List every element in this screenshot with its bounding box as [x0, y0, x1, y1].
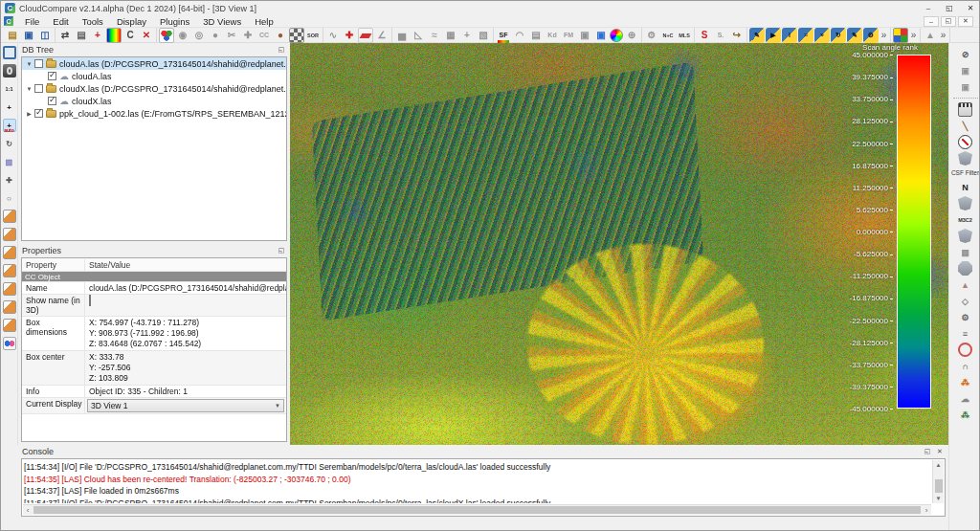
canupo-icon[interactable] [958, 229, 972, 243]
fm-icon[interactable]: FM [561, 28, 576, 43]
rotate-view-icon[interactable]: ↻ [3, 137, 16, 150]
color-wheel-icon[interactable] [610, 29, 623, 42]
bubble-view-icon[interactable]: ▧ [3, 155, 16, 168]
expander-icon[interactable]: ▼ [25, 61, 33, 67]
console-horizontal-scrollbar[interactable]: ‹ › [23, 504, 931, 515]
horizontal-scroll-thumb[interactable] [33, 506, 921, 514]
masc-icon[interactable]: ⁂ [958, 375, 972, 389]
show-name-checkbox[interactable] [89, 295, 91, 306]
sketchfab-icon[interactable]: S [697, 28, 712, 43]
rasterize-icon[interactable]: ▦ [443, 28, 458, 43]
visibility-checkbox[interactable] [34, 84, 43, 93]
apply-transform-icon[interactable]: C [122, 28, 138, 43]
pan-view-icon[interactable]: ✚ [3, 173, 16, 187]
properties-list-icon[interactable]: ▤ [74, 28, 89, 43]
python-settings-icon[interactable]: ⚙ [863, 28, 879, 43]
tree-item-cloudx-las-group[interactable]: ▼cloudX.las (D:/PCGSPRO_1731645014/shahi… [22, 82, 286, 95]
clone-icon[interactable]: ◫ [37, 28, 53, 43]
3d-view[interactable]: Scan angle rank 45.00000039.37500033.750… [290, 43, 948, 445]
rgb-colors-icon[interactable] [159, 28, 174, 43]
cross-section-icon[interactable]: ✚ [240, 28, 256, 43]
visibility-checkbox[interactable] [34, 59, 43, 68]
compass-icon[interactable] [958, 135, 972, 149]
db-tree-float-button[interactable]: ◱ [277, 46, 286, 54]
menu-tools[interactable]: Tools [76, 15, 110, 28]
menu-help[interactable]: Help [248, 15, 280, 28]
close-button[interactable]: ✕ [960, 1, 980, 15]
mls-smoothing-icon[interactable]: MLS [677, 28, 692, 43]
display-settings-icon[interactable] [3, 46, 16, 59]
stereo-mode-icon[interactable] [3, 337, 16, 350]
treeiso-icon[interactable]: ⁂ [958, 408, 972, 422]
point-list-icon[interactable]: ◎ [191, 28, 207, 43]
current-display-select[interactable]: 3D View 1▼ [87, 399, 284, 412]
segment-icon[interactable]: ✂ [224, 28, 239, 43]
exit-plugin-icon[interactable]: ↪ [729, 28, 745, 43]
photo-icon[interactable]: ▣ [577, 28, 592, 43]
python-run-icon[interactable]: ▶ [766, 28, 781, 43]
connected-components-icon[interactable]: CC [256, 28, 272, 43]
magnet-icon[interactable]: ∩ [958, 359, 972, 373]
delete-icon[interactable]: ✕ [139, 28, 154, 43]
plugin-colors-icon[interactable] [893, 28, 908, 43]
zoom-1-1-icon[interactable]: 1:1 [3, 82, 16, 96]
menu-file[interactable]: File [18, 15, 46, 28]
pick-point-icon[interactable]: ◉ [175, 28, 190, 43]
save-icon[interactable]: ▣ [21, 28, 36, 43]
pick-rotation-center-icon[interactable]: + [3, 100, 16, 114]
interactive-translate-icon[interactable]: ✚ [342, 28, 357, 43]
interactive-rotate-icon[interactable] [358, 28, 373, 43]
kd-tree-icon[interactable]: Kd [545, 28, 560, 43]
mdi-close-button[interactable]: ✕ [958, 16, 973, 27]
image-align-icon[interactable]: ▣ [958, 63, 972, 77]
sphere-tool-icon[interactable]: ● [208, 28, 223, 43]
plane-fit-icon[interactable]: ◺ [411, 28, 426, 43]
tree-item-clouda-las[interactable]: ☁cloudA.las [22, 70, 286, 82]
vertical-scroll-thumb[interactable] [935, 479, 943, 493]
sor-filter-icon[interactable]: SOR [305, 28, 321, 43]
mdi-restore-button[interactable]: ◱ [941, 16, 956, 27]
back-view-icon[interactable] [3, 246, 16, 259]
ellipser-icon[interactable] [958, 343, 972, 357]
srs-icon[interactable]: ▦ [958, 245, 972, 259]
minimize-button[interactable]: – [918, 1, 939, 15]
image-ortho-icon[interactable]: ▣ [958, 79, 972, 94]
statistics-icon[interactable]: + [459, 28, 475, 43]
console-float-button[interactable]: ◱ [923, 448, 932, 455]
animation-icon[interactable] [958, 102, 972, 117]
globe-icon[interactable]: ⊕ [624, 28, 639, 43]
cloud-layers-icon[interactable]: ☁ [958, 391, 972, 406]
left-view-icon[interactable] [3, 264, 16, 277]
python-file-icon[interactable]: ≡ [798, 28, 813, 43]
toolbar-overflow-icon-1[interactable]: » [880, 28, 888, 43]
toolbar-overflow-icon-2[interactable]: » [909, 28, 918, 43]
auto-pick-center-icon[interactable]: +auto [3, 119, 16, 132]
scroll-left-icon[interactable]: ‹ [23, 506, 33, 515]
visibility-checkbox[interactable] [48, 72, 56, 80]
menu-plugins[interactable]: Plugins [153, 15, 196, 28]
normals-compute-icon[interactable]: N+C [660, 28, 676, 43]
subsample-icon[interactable] [289, 28, 304, 43]
facets-icon[interactable] [958, 151, 972, 166]
python-reload-icon[interactable]: ↻ [831, 28, 846, 43]
height-ramp-icon[interactable] [106, 28, 122, 43]
zoom-lens-icon[interactable]: ○ [3, 191, 16, 205]
menu-edit[interactable]: Edit [46, 15, 75, 28]
python-edit-icon[interactable]: ✎ [847, 28, 862, 43]
pcv-icon[interactable]: ▣ [593, 28, 609, 43]
scroll-right-icon[interactable]: › [922, 506, 931, 515]
volume-icon[interactable]: ▧ [476, 28, 491, 43]
menu-display[interactable]: Display [110, 15, 153, 28]
pcv-disable-icon[interactable]: ⊘ [958, 47, 972, 61]
restore-button[interactable]: ◱ [939, 1, 960, 15]
level-icon[interactable]: ∠ [374, 28, 390, 43]
properties-float-button[interactable]: ◱ [277, 247, 286, 254]
scroll-down-icon[interactable]: ▼ [936, 494, 942, 503]
scroll-up-icon[interactable]: ▲ [936, 460, 942, 470]
open-icon[interactable]: ▤ [5, 28, 20, 43]
iso-2-view-icon[interactable] [3, 319, 16, 332]
poisson-recon-icon[interactable] [958, 261, 972, 276]
tree-item-cloudx-las[interactable]: ☁cloudX.las [22, 95, 286, 107]
menu-3d-views[interactable]: 3D Views [196, 15, 248, 28]
pcl-layers-icon[interactable]: ≡ [958, 326, 972, 341]
